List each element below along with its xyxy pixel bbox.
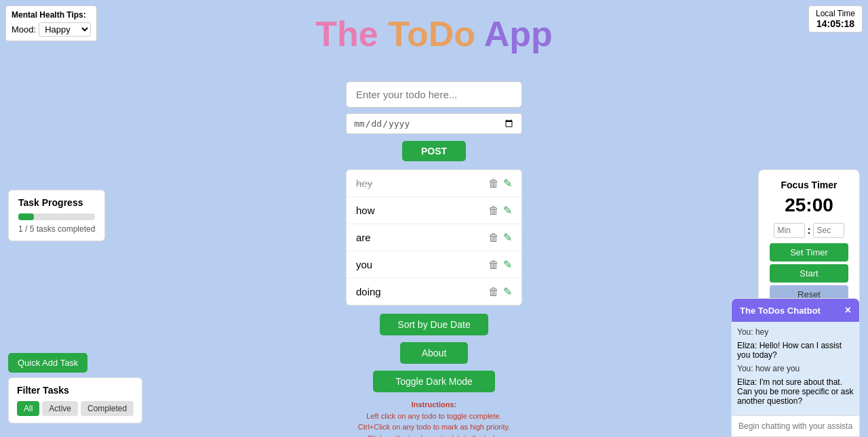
trash-icon[interactable]: 🗑	[488, 232, 499, 244]
trash-icon[interactable]: 🗑	[488, 205, 499, 217]
date-input[interactable]	[346, 113, 522, 134]
edit-icon[interactable]: ✎	[503, 258, 512, 271]
filter-all-button[interactable]: All	[17, 401, 39, 416]
filter-completed-button[interactable]: Completed	[81, 401, 134, 416]
chatbot-panel: The ToDos Chatbot × You: heyEliza: Hello…	[731, 298, 860, 437]
instruction-line2: Ctrl+Click on any todo to mark as high p…	[358, 423, 510, 431]
task-progress-panel: Task Progress 1 / 5 tasks completed	[8, 190, 105, 241]
timer-start-button[interactable]: Start	[770, 264, 848, 283]
progress-bar-fill	[18, 213, 34, 220]
progress-bar-bg	[18, 213, 95, 220]
trash-icon[interactable]: 🗑	[488, 259, 499, 271]
todo-icons: 🗑 ✎	[488, 285, 512, 298]
quick-add-button[interactable]: Quick Add Task	[8, 353, 87, 373]
focus-timer-display: 25:00	[770, 194, 848, 216]
todo-icons: 🗑 ✎	[488, 258, 512, 271]
timer-min-input[interactable]	[774, 223, 805, 238]
todo-icons: 🗑 ✎	[488, 231, 512, 244]
title-app: App	[484, 14, 553, 54]
local-time-value: 14:05:18	[816, 18, 855, 29]
timer-sec-input[interactable]	[813, 223, 844, 238]
task-progress-title: Task Progress	[18, 197, 95, 208]
todo-text: hey	[356, 178, 488, 189]
progress-text: 1 / 5 tasks completed	[18, 224, 95, 234]
mental-health-title: Mental Health Tips:	[12, 10, 91, 20]
mood-select[interactable]: Happy Sad Anxious Excited Neutral	[39, 22, 91, 37]
post-button[interactable]: POST	[402, 141, 466, 161]
focus-timer-inputs: :	[770, 223, 848, 238]
instructions-title: Instructions:	[412, 400, 457, 409]
title-todo: ToDo	[388, 14, 484, 54]
timer-set-button[interactable]: Set Timer	[770, 243, 848, 262]
focus-timer-panel: Focus Timer 25:00 : Set Timer Start Rese…	[758, 169, 860, 316]
todo-item[interactable]: are 🗑 ✎	[347, 224, 521, 251]
todo-text: how	[356, 205, 488, 216]
title-the: The	[315, 14, 388, 54]
filter-title: Filter Tasks	[17, 385, 134, 396]
todo-list: hey 🗑 ✎ how 🗑 ✎ are 🗑 ✎ you 🗑 ✎ doing 🗑 …	[346, 169, 522, 306]
trash-icon[interactable]: 🗑	[488, 286, 499, 298]
local-time-label: Local Time	[816, 9, 855, 18]
chat-user-message: You: hey	[737, 327, 854, 337]
todo-text: are	[356, 232, 488, 243]
sort-button[interactable]: Sort by Due Date	[380, 314, 488, 335]
instruction-line3: Click on the trash can to delete the tod…	[368, 434, 501, 438]
edit-icon[interactable]: ✎	[503, 285, 512, 298]
chat-eliza-message: Eliza: I'm not sure about that. Can you …	[737, 377, 854, 406]
chatbot-title: The ToDos Chatbot	[740, 306, 821, 316]
todo-input[interactable]	[346, 81, 522, 108]
chatbot-messages: You: heyEliza: Hello! How can I assist y…	[732, 322, 859, 415]
todo-item[interactable]: doing 🗑 ✎	[347, 278, 521, 305]
chatbot-close-button[interactable]: ×	[845, 304, 851, 316]
app-title: The ToDo App	[0, 0, 868, 54]
todo-item[interactable]: how 🗑 ✎	[347, 197, 521, 224]
local-time-panel: Local Time 14:05:18	[808, 5, 863, 33]
filter-active-button[interactable]: Active	[42, 401, 78, 416]
filter-panel: Filter Tasks All Active Completed	[8, 377, 142, 423]
chatbot-input[interactable]	[732, 415, 859, 436]
instructions-panel: Instructions: Left click on any todo to …	[346, 399, 522, 437]
todo-item[interactable]: you 🗑 ✎	[347, 251, 521, 278]
timer-colon: :	[808, 225, 811, 236]
about-button[interactable]: About	[400, 342, 468, 364]
todo-icons: 🗑 ✎	[488, 177, 512, 190]
todo-item[interactable]: hey 🗑 ✎	[347, 170, 521, 197]
mental-health-panel: Mental Health Tips: Mood: Happy Sad Anxi…	[5, 5, 97, 41]
dark-mode-button[interactable]: Toggle Dark Mode	[373, 371, 495, 392]
todo-text: doing	[356, 286, 488, 297]
edit-icon[interactable]: ✎	[503, 231, 512, 244]
mood-label: Mood:	[12, 24, 36, 35]
chat-user-message: You: how are you	[737, 364, 854, 373]
todo-icons: 🗑 ✎	[488, 204, 512, 217]
chat-eliza-message: Eliza: Hello! How can I assist you today…	[737, 341, 854, 360]
todo-text: you	[356, 259, 488, 270]
edit-icon[interactable]: ✎	[503, 177, 512, 190]
filter-buttons: All Active Completed	[17, 401, 134, 416]
edit-icon[interactable]: ✎	[503, 204, 512, 217]
chatbot-header: The ToDos Chatbot ×	[732, 299, 859, 322]
trash-icon[interactable]: 🗑	[488, 178, 499, 190]
focus-timer-title: Focus Timer	[770, 180, 848, 190]
instruction-line1: Left click on any todo to toggle complet…	[366, 412, 501, 420]
center-panel: POST hey 🗑 ✎ how 🗑 ✎ are 🗑 ✎ you 🗑 ✎ doi…	[346, 81, 522, 437]
